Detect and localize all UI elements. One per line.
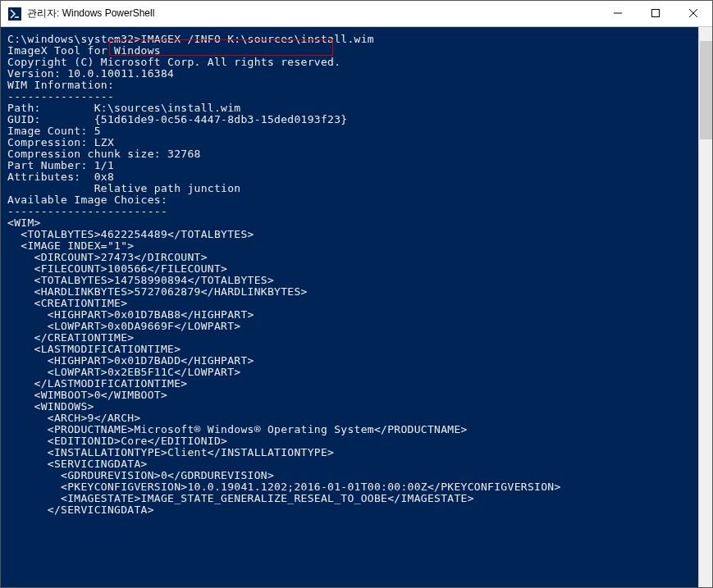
output-line: Version: 10.0.10011.16384 [7, 68, 706, 80]
output-line: <WINDOWS> [7, 401, 706, 413]
output-line: Attributes: 0x8 [7, 171, 706, 183]
output-line: GUID: {51d61de9-0c56-4447-8db3-15ded0193… [7, 114, 706, 125]
output-line: </CREATIONTIME> [7, 332, 706, 344]
output-line: Path: K:\sources\install.wim [7, 103, 706, 114]
prompt: C:\windows\system32> [7, 34, 141, 45]
close-button[interactable] [674, 1, 712, 25]
output-line: <INSTALLATIONTYPE>Client</INSTALLATIONTY… [7, 447, 706, 458]
svg-rect-3 [652, 10, 660, 17]
output-line: </LASTMODIFICATIONTIME> [7, 378, 706, 390]
scroll-thumb[interactable] [700, 41, 712, 139]
output-line: <LOWPART>0x2EB5F11C</LOWPART> [7, 367, 706, 378]
output-line: </SERVICINGDATA> [7, 504, 706, 516]
output-line: <SERVICINGDATA> [7, 458, 706, 470]
output-line: <PKEYCONFIGVERSION>10.0.19041.1202;2016-… [7, 481, 706, 493]
output-line: <IMAGESTATE>IMAGE_STATE_GENERALIZE_RESEA… [7, 493, 706, 504]
output-line: Image Count: 5 [7, 125, 706, 137]
output-line: Compression: LZX [7, 137, 706, 148]
titlebar[interactable]: 관리자: Windows PowerShell [1, 1, 712, 27]
output-line: <TOTALBYTES>14758990894</TOTALBYTES> [7, 275, 706, 286]
output-line: <GDRDUREVISION>0</GDRDUREVISION> [7, 470, 706, 481]
output-line: <WIMBOOT>0</WIMBOOT> [7, 390, 706, 401]
output-line: <LOWPART>0x0DA9669F</LOWPART> [7, 321, 706, 332]
window-title: 관리자: Windows PowerShell [27, 7, 599, 21]
output-line: <PRODUCTNAME>Microsoft® Windows® Operati… [7, 424, 706, 435]
output-line: ImageX Tool for Windows [7, 45, 706, 57]
output-line: Available Image Choices: [7, 194, 706, 206]
minimize-button[interactable] [599, 1, 637, 25]
output-line: <EDITIONID>Core</EDITIONID> [7, 435, 706, 447]
output-line: ---------------- [7, 91, 706, 103]
output-line: <HIGHPART>0x01D7BAB8</HIGHPART> [7, 309, 706, 321]
output-line: Relative path junction [7, 183, 706, 194]
output-line: <LASTMODIFICATIONTIME> [7, 344, 706, 355]
window-controls [599, 1, 712, 26]
output-line: <ARCH>9</ARCH> [7, 413, 706, 424]
output-line: Compression chunk size: 32768 [7, 148, 706, 160]
output-line: <TOTALBYTES>4622254489</TOTALBYTES> [7, 229, 706, 240]
output-line: <HARDLINKBYTES>5727062879</HARDLINKBYTES… [7, 286, 706, 298]
maximize-button[interactable] [637, 1, 674, 25]
output-line: Part Number: 1/1 [7, 160, 706, 171]
output-line: WIM Information: [7, 80, 706, 91]
output-line: <WIM> [7, 217, 706, 229]
output-line: Copyright (C) Microsoft Corp. All rights… [7, 57, 706, 68]
terminal-output: C:\windows\system32>IMAGEX /INFO K:\sour… [1, 27, 712, 522]
terminal-area[interactable]: C:\windows\system32>IMAGEX /INFO K:\sour… [1, 27, 712, 587]
powershell-window: 관리자: Windows PowerShell C:\windows\syste… [0, 0, 713, 588]
output-line: <HIGHPART>0x01D7BADD</HIGHPART> [7, 355, 706, 367]
command-text: IMAGEX /INFO K:\sources\install.wim [141, 34, 374, 45]
powershell-icon [7, 7, 22, 21]
output-line: <DIRCOUNT>27473</DIRCOUNT> [7, 252, 706, 263]
output-line: ------------------------ [7, 206, 706, 217]
prompt-line: C:\windows\system32>IMAGEX /INFO K:\sour… [7, 34, 706, 45]
scrollbar[interactable] [698, 27, 712, 587]
output-line: <IMAGE INDEX="1"> [7, 240, 706, 252]
output-line: <CREATIONTIME> [7, 298, 706, 309]
output-line: <FILECOUNT>100566</FILECOUNT> [7, 263, 706, 275]
